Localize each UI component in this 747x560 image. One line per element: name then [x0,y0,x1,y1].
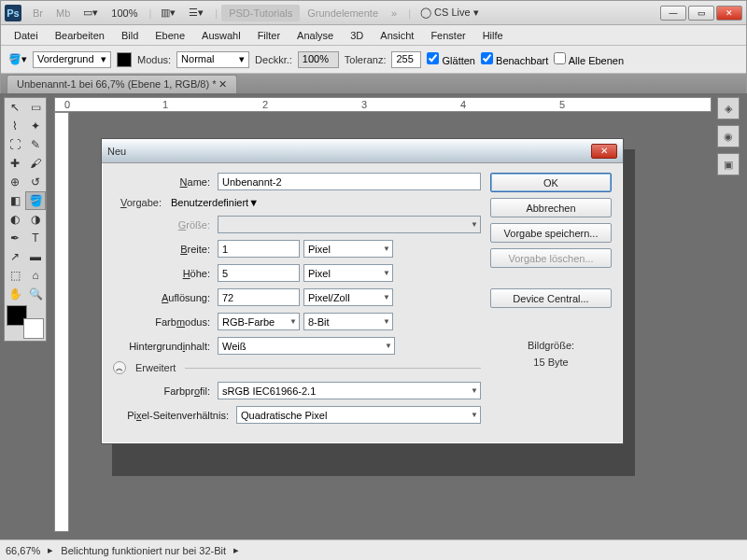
menu-bearbeiten[interactable]: Bearbeiten [48,28,112,43]
workspace-more[interactable]: » [386,6,402,21]
minimize-btn[interactable]: — [660,6,686,21]
dialog-titlebar[interactable]: Neu ✕ [102,139,623,163]
move-tool[interactable]: ↖ [5,98,25,117]
ruler-vertical [54,112,69,532]
tool-panel: ↖▭ ⌇✦ ⛶✎ ✚🖌 ⊕↺ ◧🪣 ◐◑ ✒T ↗▬ ⬚⌂ ✋🔍 [4,97,47,342]
device-central-button[interactable]: Device Central... [490,288,612,308]
hand-tool[interactable]: ✋ [5,285,25,303]
zoom-tool[interactable]: 🔍 [25,285,46,303]
menu-filter[interactable]: Filter [250,28,288,43]
fill-mode[interactable]: Vordergrund ▾ [33,51,111,68]
zoom-level[interactable]: 100% [106,6,143,21]
width-unit[interactable]: Pixel▼ [303,240,393,258]
res-unit[interactable]: Pixel/Zoll▼ [303,288,393,306]
close-btn[interactable]: ✕ [716,6,742,21]
path-tool[interactable]: ↗ [5,247,25,266]
ruler-horizontal: 012345 [54,97,712,112]
bg-select[interactable]: Weiß▼ [218,337,395,355]
cs-live[interactable]: ◯ CS Live ▾ [415,5,485,21]
res-label: Auflösung: [113,292,214,303]
menu-ebene[interactable]: Ebene [148,28,192,43]
statusbar: 66,67% ▸ Belichtung funktioniert nur bei… [0,539,747,560]
extras-btn[interactable]: ☰▾ [183,5,209,21]
new-dialog: Neu ✕ Name: Vorgabe: Benutzerdefiniert▼ … [101,138,624,444]
dialog-title: Neu [107,146,126,157]
glaetten-cb[interactable]: Glätten [427,52,475,66]
imagesize-value: 15 Byte [490,355,612,371]
marquee-tool[interactable]: ▭ [25,98,46,117]
menu-3d[interactable]: 3D [343,28,371,43]
cam-tool[interactable]: ⌂ [25,266,46,285]
bridge-btn[interactable]: Br [27,6,49,21]
maximize-btn[interactable]: ▭ [688,6,714,21]
eyedrop-tool[interactable]: ✎ [25,135,46,154]
alle-ebenen-cb[interactable]: Alle Ebenen [554,52,624,66]
deck-value[interactable]: 100% [298,51,339,68]
crop-tool[interactable]: ⛶ [5,135,25,154]
panel-icon-1[interactable]: ◈ [717,97,740,119]
workspace-psd[interactable]: PSD-Tutorials [221,5,300,21]
color-swatches[interactable] [7,305,44,339]
height-unit[interactable]: Pixel▼ [303,264,393,282]
dialog-close-btn[interactable]: ✕ [591,144,617,159]
save-preset-button[interactable]: Vorgabe speichern... [490,223,612,243]
name-input[interactable] [218,173,481,190]
height-input[interactable] [218,264,300,282]
menu-fenster[interactable]: Fenster [423,28,472,43]
screenmode-btn[interactable]: ▥▾ [155,5,181,21]
dodge-tool[interactable]: ◑ [25,210,46,229]
width-input[interactable] [218,240,300,258]
workspace-grund[interactable]: Grundelemente [302,6,384,21]
bitdepth-select[interactable]: 8-Bit▼ [303,313,393,330]
preset-select[interactable]: Benutzerdefiniert▼ [171,197,481,208]
deck-label: Deckkr.: [255,54,292,65]
menu-hilfe[interactable]: Hilfe [475,28,511,43]
delete-preset-button: Vorgabe löschen... [490,248,612,268]
pen-tool[interactable]: ✒ [5,229,25,247]
profile-label: Farbprofil: [113,385,214,397]
blur-tool[interactable]: ◐ [5,210,25,229]
res-input[interactable] [218,288,300,306]
menu-bild[interactable]: Bild [114,28,146,43]
arrange-btn[interactable]: ▭▾ [78,5,104,21]
swatch-black[interactable] [117,52,132,67]
stamp-tool[interactable]: ⊕ [5,173,25,191]
menu-analyse[interactable]: Analyse [289,28,341,43]
mb-btn[interactable]: Mb [50,6,76,21]
menu-ansicht[interactable]: Ansicht [373,28,421,43]
size-label: Größe: [113,219,214,231]
advanced-label: Erweitert [132,362,179,373]
lasso-tool[interactable]: ⌇ [5,117,25,135]
modus-select[interactable]: Normal ▾ [176,51,249,68]
panel-icon-3[interactable]: ▣ [717,153,740,175]
preset-label: Vorgabe: [113,197,165,208]
menu-auswahl[interactable]: Auswahl [194,28,248,43]
document-tab[interactable]: Unbenannt-1 bei 66,7% (Ebene 1, RGB/8) *… [7,75,237,93]
bucket-tool[interactable]: 🪣 [25,191,46,210]
shape-tool[interactable]: ▬ [25,247,46,266]
cancel-button[interactable]: Abbrechen [490,198,612,217]
imagesize-label: Bildgröße: [490,338,612,355]
options-bar: 🪣▾ Vordergrund ▾ Modus: Normal ▾ Deckkr.… [1,46,746,74]
tol-value[interactable]: 255 [391,51,421,68]
advanced-toggle[interactable]: ︽ [113,361,126,374]
app-topbar: Ps Br Mb ▭▾ 100% | ▥▾ ☰▾ | PSD-Tutorials… [1,1,746,25]
brush-tool[interactable]: 🖌 [25,154,46,173]
status-zoom[interactable]: 66,67% [6,545,40,556]
size-select: ▼ [218,216,481,233]
heal-tool[interactable]: ✚ [5,154,25,173]
benachbart-cb[interactable]: Benachbart [481,52,548,66]
ok-button[interactable]: OK [490,173,612,192]
3d-tool[interactable]: ⬚ [5,266,25,285]
document-tabbar: Unbenannt-1 bei 66,7% (Ebene 1, RGB/8) *… [1,74,746,94]
menu-datei[interactable]: Datei [7,28,46,43]
par-select[interactable]: Quadratische Pixel▼ [236,406,481,424]
colormode-select[interactable]: RGB-Farbe▼ [218,313,300,330]
eraser-tool[interactable]: ◧ [5,191,25,210]
profile-select[interactable]: sRGB IEC61966-2.1▼ [218,382,481,399]
panel-icon-2[interactable]: ◉ [717,125,740,147]
type-tool[interactable]: T [25,229,46,247]
par-label: Pixel-Seitenverhältnis: [113,410,233,421]
wand-tool[interactable]: ✦ [25,117,46,135]
history-tool[interactable]: ↺ [25,173,46,191]
